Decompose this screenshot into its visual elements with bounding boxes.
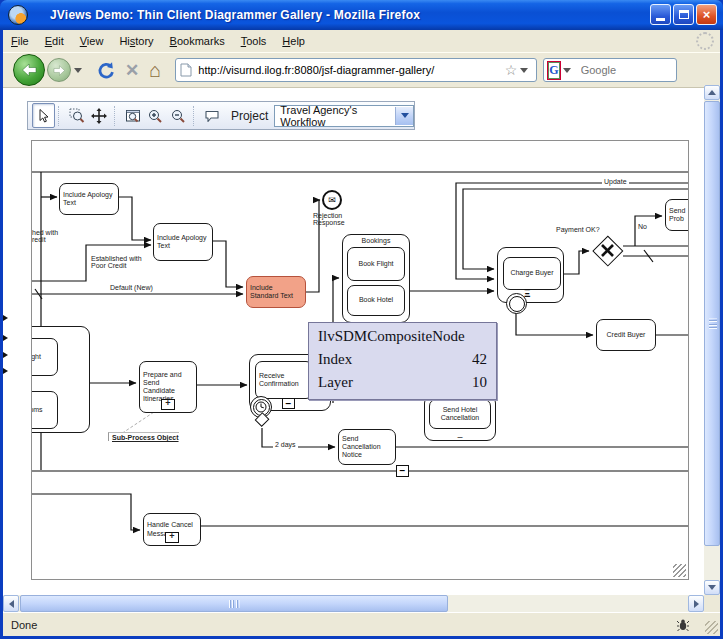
edge-label-sub-process-object: Sub-Process Object <box>108 432 179 441</box>
tooltip-row-value: 42 <box>472 348 487 371</box>
edge-label-clipped-credit: hed with redit <box>32 229 58 243</box>
zoom-rectangle-tool-button[interactable] <box>65 103 88 128</box>
node-receive-confirmation[interactable]: Receive Confirmation <box>255 361 313 399</box>
node-label: Send Prob <box>669 207 689 223</box>
node-receive-minus[interactable]: − <box>282 398 295 409</box>
menu-item-bookmarks[interactable]: Bookmarks <box>162 32 233 50</box>
zoom-in-icon <box>147 108 163 124</box>
pan-icon <box>91 108 107 124</box>
maximize-button[interactable] <box>673 4 694 25</box>
node-book-hotel[interactable]: Book Hotel <box>347 285 405 316</box>
reload-button[interactable] <box>96 61 115 80</box>
fit-to-contents-button[interactable] <box>121 103 144 128</box>
node-send-cancellation-notice[interactable]: Send Cancellation Notice <box>338 429 396 465</box>
jviews-toolbar: Project Travel Agency's Workflow <box>27 101 415 130</box>
node-label: Receive Confirmation <box>259 372 309 388</box>
node-rejection-event[interactable]: ✉ <box>322 190 342 210</box>
fit-window-icon <box>125 108 141 124</box>
home-button[interactable]: ⌂ <box>149 60 161 80</box>
node-credit-buyer[interactable]: Credit Buyer <box>596 319 656 351</box>
pan-tool-button[interactable] <box>88 103 111 128</box>
collapse-minus-icon[interactable]: – <box>425 434 495 440</box>
zoom-in-button[interactable] <box>144 103 167 128</box>
select-tool-button[interactable] <box>32 103 55 128</box>
edge-label-two-days: 2 days <box>273 441 298 448</box>
menu-item-view[interactable]: View <box>72 32 112 50</box>
window-title: JViews Demo: Thin Client Diagrammer Gall… <box>50 8 420 22</box>
node-handle-cancel-message[interactable]: Handle Cancel Message+ <box>143 513 201 546</box>
edge-label-rejection-response: Rejection Response <box>313 212 345 226</box>
page-icon <box>180 63 192 77</box>
forward-button[interactable] <box>47 58 71 82</box>
combo-dropdown-button[interactable] <box>395 107 413 125</box>
node-book-flight[interactable]: Book Flight <box>347 247 405 281</box>
node-label: Book Flight <box>358 260 393 268</box>
history-dropdown-icon[interactable] <box>74 68 82 73</box>
search-engine-dropdown-icon[interactable] <box>563 68 571 73</box>
node-label: oms <box>31 406 43 414</box>
node-charge-buyer[interactable]: Charge Buyer <box>503 257 561 290</box>
url-input[interactable] <box>196 63 504 77</box>
node-include-apology-2[interactable]: Include Apology Text <box>153 223 213 261</box>
vertical-scroll-thumb[interactable] <box>704 101 720 546</box>
firefox-icon <box>8 5 28 25</box>
menu-item-help[interactable]: Help <box>274 32 313 50</box>
back-button[interactable] <box>13 54 45 86</box>
edge-label-no: No <box>636 223 649 230</box>
vertical-scrollbar[interactable] <box>704 85 720 595</box>
node-prepare-itineraries[interactable]: Prepare and Send Candidate Itineraries+ <box>139 361 197 413</box>
scroll-up-button[interactable] <box>704 85 720 100</box>
node-left-task-rooms[interactable]: oms <box>31 391 58 429</box>
node-label: Credit Buyer <box>607 331 646 339</box>
minimize-button[interactable] <box>650 4 671 25</box>
project-select[interactable]: Travel Agency's Workflow <box>274 105 414 127</box>
back-arrow-icon <box>21 63 37 77</box>
horizontal-scrollbar[interactable] <box>3 595 704 612</box>
menu-item-tools[interactable]: Tools <box>233 32 275 50</box>
menu-item-file[interactable]: File <box>3 32 37 50</box>
bookmark-star-icon[interactable]: ☆ <box>505 63 518 77</box>
thumb-grip <box>229 600 240 608</box>
url-dropdown-icon[interactable] <box>520 68 528 73</box>
node-tooltip: IlvSDMCompositeNode Index42 Layer10 <box>308 322 497 400</box>
scroll-left-button[interactable] <box>3 595 19 612</box>
subprocess-plus-icon[interactable]: + <box>165 532 179 543</box>
window-resize-grip[interactable] <box>705 621 718 634</box>
zoom-out-icon <box>170 108 186 124</box>
node-label: Include Apology Text <box>157 234 209 250</box>
arrow-left-icon <box>9 600 14 608</box>
search-bar[interactable]: G <box>543 58 677 82</box>
horizontal-scroll-thumb[interactable] <box>20 595 448 612</box>
scroll-down-button[interactable] <box>704 580 720 595</box>
menu-item-history[interactable]: History <box>111 32 161 50</box>
subprocess-plus-icon[interactable]: + <box>161 399 175 410</box>
diagram-resize-handle[interactable] <box>673 564 686 577</box>
node-label: Include Standard Text <box>250 284 302 300</box>
flow-edge <box>119 197 151 240</box>
project-select-value: Travel Agency's Workflow <box>275 104 395 128</box>
close-button[interactable]: × <box>696 4 717 25</box>
node-include-standard-text[interactable]: Include Standard Text <box>246 276 306 308</box>
stop-button[interactable]: ✕ <box>125 60 139 81</box>
toolbar-separator <box>58 106 65 126</box>
zoom-out-button[interactable] <box>167 103 190 128</box>
event-inner-circle <box>509 296 525 312</box>
node-include-apology-1[interactable]: Include Apology Text <box>59 183 119 215</box>
node-send-prob[interactable]: Send Prob <box>665 199 689 231</box>
node-left-task-flight[interactable]: ght <box>31 338 58 376</box>
scroll-right-button[interactable] <box>688 595 704 612</box>
thumb-grip <box>709 318 717 329</box>
node-charge-menu-lines[interactable]: Ξ <box>524 289 538 300</box>
container-title: Bookings <box>343 237 409 244</box>
node-send-hotel-cancellation[interactable]: Send Hotel Cancellation <box>429 399 491 429</box>
search-input[interactable] <box>579 63 723 77</box>
edge-label-update: Update <box>602 178 629 185</box>
bug-icon[interactable] <box>676 618 690 632</box>
url-bar[interactable]: ☆ <box>175 58 537 82</box>
node-flow-minus[interactable]: − <box>396 465 409 477</box>
tooltip-mode-button[interactable] <box>200 103 223 128</box>
menu-item-edit[interactable]: Edit <box>37 32 72 50</box>
node-merge-diamond[interactable] <box>255 412 269 428</box>
node-payment-gateway[interactable] <box>592 235 623 266</box>
google-logo-icon: G <box>548 62 559 79</box>
